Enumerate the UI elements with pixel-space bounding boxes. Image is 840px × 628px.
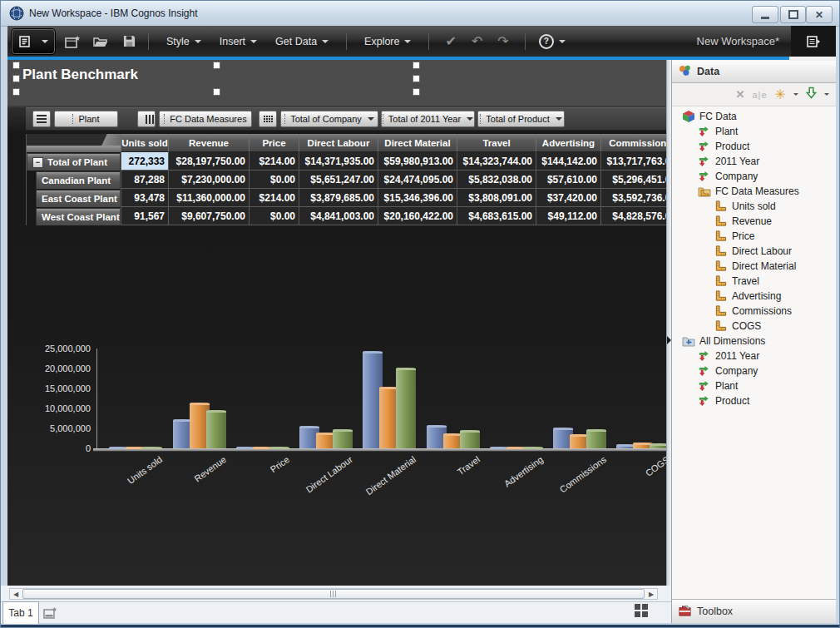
workspace-canvas[interactable]: Plant Benchmark Plant FC Data Measures T… — [7, 57, 666, 586]
context-filter-product[interactable]: Total of Product — [477, 111, 565, 127]
restore-button[interactable] — [780, 6, 806, 23]
crosstab-cell[interactable]: $59,980,913.00 — [378, 152, 457, 171]
crosstab-cell[interactable]: $14,371,935.00 — [299, 152, 378, 171]
bar-revenue-west-coast-plant[interactable] — [206, 410, 226, 448]
selection-handle[interactable] — [213, 88, 220, 96]
column-header-advertising[interactable]: Advertising — [536, 134, 600, 152]
menu-get-data[interactable]: Get Data — [275, 36, 329, 47]
column-header-direct-material[interactable]: Direct Material — [378, 134, 457, 152]
tree-item-company[interactable]: Company — [672, 169, 836, 184]
toolbox-section-header[interactable]: Toolbox — [672, 599, 836, 623]
menu-explore[interactable]: Explore — [364, 36, 411, 47]
crosstab-cell[interactable]: $37,420.00 — [536, 189, 600, 207]
bar-commissions-west-coast-plant[interactable] — [586, 429, 606, 448]
new-widget-button[interactable] — [62, 32, 83, 52]
context-filter-company[interactable]: Total of Company — [280, 111, 378, 127]
help-icon[interactable]: ? — [539, 34, 554, 49]
crosstab-cell[interactable]: $144,142.00 — [536, 152, 600, 171]
application-menu-button[interactable] — [12, 29, 55, 54]
crosstab-cell[interactable]: $4,828,576.00 — [600, 207, 666, 225]
tree-item-all-dimensions[interactable]: All Dimensions — [672, 334, 836, 349]
column-header-price[interactable]: Price — [249, 134, 299, 152]
tree-item-revenue[interactable]: Revenue — [672, 214, 836, 229]
row-header-west-coast-plant[interactable]: West Coast Plant — [27, 207, 121, 225]
tree-item-fc-data-measures[interactable]: FC Data Measures — [672, 184, 836, 199]
tree-item-direct-material[interactable]: Direct Material — [672, 259, 836, 274]
crosstab-cell[interactable]: $9,607,750.00 — [168, 207, 249, 225]
column-header-revenue[interactable]: Revenue — [168, 134, 249, 152]
crosstab-cell[interactable]: $14,323,744.00 — [457, 152, 536, 171]
widget-title[interactable]: Plant Benchmark — [22, 67, 138, 83]
column-header-commissions[interactable]: Commissions — [600, 134, 666, 152]
tree-item-product[interactable]: Product — [672, 393, 836, 408]
bar-travel-west-coast-plant[interactable] — [460, 430, 480, 448]
column-header-travel[interactable]: Travel — [457, 134, 536, 152]
window-titlebar[interactable]: New Workspace - IBM Cognos Insight ✕ — [1, 1, 839, 27]
crosstab-cell[interactable]: $57,610.00 — [536, 171, 600, 189]
tree-item-plant[interactable]: Plant — [672, 378, 836, 393]
data-panel-header[interactable]: Data — [672, 61, 836, 83]
rows-dimension-button[interactable]: Plant — [54, 111, 118, 127]
crosstab-cell[interactable]: $214.00 — [249, 189, 299, 207]
selection-handle[interactable] — [413, 88, 420, 96]
crosstab-cell[interactable]: $11,360,000.00 — [168, 189, 249, 207]
crosstab-cell[interactable]: $214.00 — [249, 152, 299, 171]
tree-item-plant[interactable]: Plant — [672, 124, 836, 139]
crosstab-cell[interactable]: $24,474,095.00 — [378, 171, 457, 189]
bar-price-west-coast-plant[interactable] — [269, 447, 289, 448]
crosstab-cell[interactable]: $28,197,750.00 — [168, 152, 249, 171]
bar-units-sold-west-coast-plant[interactable] — [142, 447, 162, 448]
tab-1[interactable]: Tab 1 — [2, 601, 39, 624]
tree-item-price[interactable]: Price — [672, 229, 836, 244]
tree-item-fc-data[interactable]: FC Data — [672, 109, 836, 124]
crosstab-cell[interactable]: $20,160,422.00 — [378, 207, 457, 225]
open-button[interactable] — [90, 32, 111, 52]
crosstab-cell[interactable]: $0.00 — [249, 207, 299, 225]
tree-item-2011-year[interactable]: 2011 Year — [672, 154, 836, 169]
panel-toggle-button[interactable] — [791, 26, 836, 57]
crosstab-cell[interactable]: 272,333 — [121, 152, 168, 171]
save-button[interactable] — [118, 32, 140, 52]
tree-item-commissions[interactable]: Commissions — [672, 304, 836, 319]
tree-item-advertising[interactable]: Advertising — [672, 289, 836, 304]
new-tab-button[interactable] — [39, 602, 62, 624]
bar-direct-material-west-coast-plant[interactable] — [396, 368, 416, 448]
tree-item-direct-labour[interactable]: Direct Labour — [672, 244, 836, 259]
menu-style[interactable]: Style — [166, 36, 201, 47]
widget-overview-icon[interactable] — [635, 604, 648, 617]
close-button[interactable]: ✕ — [806, 6, 833, 23]
columns-axis-icon[interactable] — [137, 111, 156, 127]
row-header-canadian-plant[interactable]: Canadian Plant — [27, 171, 121, 189]
crosstab-cell[interactable]: $15,346,396.00 — [378, 189, 457, 207]
selection-handle[interactable] — [12, 62, 20, 69]
bar-advertising-west-coast-plant[interactable] — [523, 447, 543, 448]
crosstab-cell[interactable]: $4,841,003.00 — [299, 207, 378, 225]
horizontal-scrollbar[interactable]: ◀ ▶ — [9, 588, 658, 600]
tree-item-2011-year[interactable]: 2011 Year — [672, 349, 836, 363]
column-header-units-sold[interactable]: Units sold — [121, 134, 168, 152]
crosstab-cell[interactable]: $5,296,451.00 — [600, 171, 666, 189]
chevron-down-icon[interactable] — [793, 93, 798, 98]
tree-item-cogs[interactable]: COGS — [672, 319, 836, 334]
scroll-right-icon[interactable]: ▶ — [645, 589, 657, 599]
row-header-total-of-plant[interactable]: −Total of Plant — [27, 152, 121, 171]
menu-insert[interactable]: Insert — [220, 36, 257, 47]
crosstab-cell[interactable]: $3,808,091.00 — [457, 189, 536, 207]
context-filter-year[interactable]: Total of 2011 Year — [381, 111, 475, 127]
scroll-left-icon[interactable]: ◀ — [10, 589, 22, 599]
minimize-button[interactable] — [752, 6, 778, 23]
rename-icon[interactable]: a|e — [753, 90, 768, 100]
bar-cogs-west-coast-plant[interactable] — [650, 443, 666, 448]
crosstab-cell[interactable]: $0.00 — [249, 171, 299, 189]
tree-item-product[interactable]: Product — [672, 139, 836, 154]
scrollbar-thumb[interactable] — [22, 589, 645, 599]
chevron-down-icon[interactable] — [824, 93, 829, 98]
columns-dimension-button[interactable]: FC Data Measures — [159, 111, 252, 127]
context-axis-icon[interactable] — [259, 111, 277, 127]
selection-handle[interactable] — [213, 62, 220, 69]
rows-axis-icon[interactable] — [32, 111, 51, 127]
tree-item-units-sold[interactable]: Units sold — [672, 199, 836, 214]
undo-icon[interactable]: ↶ — [472, 33, 482, 49]
tree-item-company[interactable]: Company — [672, 363, 836, 378]
collapse-minus-icon[interactable]: − — [32, 157, 43, 168]
